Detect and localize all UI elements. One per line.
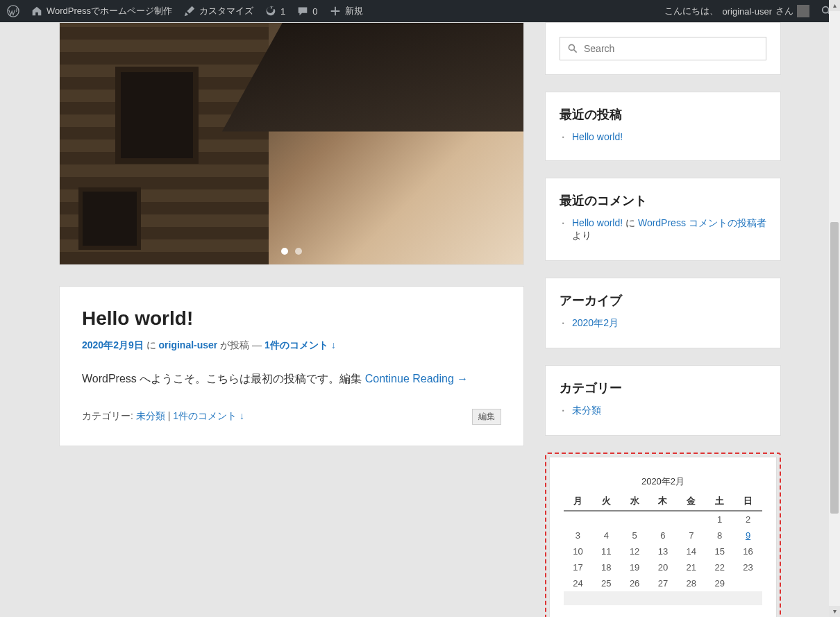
edit-button[interactable]: 編集	[472, 409, 501, 425]
post-footer-comment-link[interactable]: 1件のコメント ↓	[173, 410, 244, 421]
calendar-day	[592, 511, 621, 527]
greeting-prefix: こんにちは、	[664, 5, 719, 17]
calendar-day	[734, 575, 762, 591]
post-title-link[interactable]: Hello world!	[82, 307, 193, 329]
search-box[interactable]	[560, 37, 766, 60]
post-category-link[interactable]: 未分類	[136, 410, 165, 421]
vertical-scrollbar[interactable]: ▴ ▾	[829, 0, 840, 617]
categories-widget: カテゴリー 未分類	[545, 365, 781, 436]
hero-slider	[59, 22, 524, 265]
widget-title: 最近のコメント	[560, 192, 766, 209]
comment-post-link[interactable]: Hello world!	[572, 217, 623, 228]
calendar-day[interactable]: 12	[621, 543, 649, 559]
calendar-day[interactable]: 16	[734, 543, 762, 559]
archive-widget: アーカイブ 2020年2月	[545, 278, 781, 348]
scroll-down-arrow[interactable]: ▾	[829, 606, 840, 617]
greeting-suffix: さん	[775, 5, 793, 17]
calendar-day[interactable]: 19	[621, 559, 649, 575]
calendar-day-link[interactable]: 9	[746, 530, 750, 541]
updates-count: 1	[280, 6, 285, 17]
calendar-dow: 土	[705, 492, 734, 511]
calendar-day	[621, 511, 649, 527]
wp-logo[interactable]	[7, 5, 19, 17]
recent-post-link[interactable]: Hello world!	[572, 131, 623, 142]
customize-link[interactable]: カスタマイズ	[183, 5, 253, 17]
svg-point-2	[569, 44, 574, 50]
calendar-day[interactable]: 4	[592, 527, 621, 543]
search-icon	[567, 43, 578, 54]
calendar-day[interactable]: 17	[564, 559, 592, 575]
continue-reading-link[interactable]: Continue Reading →	[365, 373, 469, 384]
add-new-link[interactable]: 新規	[329, 5, 363, 17]
post-date-link[interactable]: 2020年2月9日	[82, 339, 144, 350]
list-item: 2020年2月	[572, 317, 766, 330]
search-widget	[545, 22, 781, 75]
category-link[interactable]: 未分類	[572, 405, 601, 416]
post-comment-link[interactable]: 1件のコメント ↓	[264, 339, 336, 350]
scroll-up-arrow[interactable]: ▴	[829, 0, 840, 11]
calendar-day[interactable]: 22	[705, 559, 734, 575]
post-author-link[interactable]: original-user	[159, 339, 218, 350]
list-item: 未分類	[572, 405, 766, 417]
calendar-day[interactable]: 23	[734, 559, 762, 575]
widget-title: カテゴリー	[560, 380, 766, 396]
admin-bar: WordPressでホームページ制作 カスタマイズ 1 0 新規 こんにちは、 …	[0, 0, 840, 22]
customize-label: カスタマイズ	[199, 5, 253, 17]
post-meta: 2020年2月9日 に original-user が投稿 — 1件のコメント …	[82, 339, 501, 352]
calendar-widget: 2020年2月 月火水木金土日 123456789101112131415161…	[549, 457, 777, 617]
comments-count: 0	[312, 6, 317, 17]
calendar-day[interactable]: 11	[592, 543, 621, 559]
recent-comments-widget: 最近のコメント Hello world! に WordPress コメントの投稿…	[545, 178, 781, 261]
calendar-day[interactable]: 13	[649, 543, 678, 559]
refresh-icon	[264, 5, 277, 17]
calendar-day[interactable]: 10	[564, 543, 592, 559]
widget-title: アーカイブ	[560, 292, 766, 309]
calendar-day[interactable]: 7	[677, 527, 705, 543]
calendar-day[interactable]: 24	[564, 575, 592, 591]
calendar-day[interactable]: 14	[677, 543, 705, 559]
calendar-day[interactable]: 6	[649, 527, 678, 543]
calendar-caption: 2020年2月	[564, 471, 762, 492]
post-body: WordPress へようこそ。こちらは最初の投稿です。編集 Continue …	[82, 370, 501, 388]
calendar-table: 2020年2月 月火水木金土日 123456789101112131415161…	[564, 471, 762, 605]
calendar-dow: 木	[649, 492, 678, 511]
calendar-day[interactable]: 18	[592, 559, 621, 575]
calendar-dow: 月	[564, 492, 592, 511]
calendar-day[interactable]: 25	[592, 575, 621, 591]
calendar-day[interactable]: 27	[649, 575, 678, 591]
calendar-day[interactable]: 3	[564, 527, 592, 543]
calendar-day	[677, 511, 705, 527]
calendar-day[interactable]: 5	[621, 527, 649, 543]
recent-posts-widget: 最近の投稿 Hello world!	[545, 92, 781, 161]
site-name-link[interactable]: WordPressでホームページ制作	[31, 5, 172, 17]
greeting[interactable]: こんにちは、 original-user さん	[664, 5, 809, 17]
calendar-day[interactable]: 1	[705, 511, 734, 527]
updates-link[interactable]: 1	[264, 5, 285, 17]
list-item: Hello world!	[572, 131, 766, 142]
calendar-day[interactable]: 29	[705, 575, 734, 591]
calendar-day[interactable]: 9	[734, 527, 762, 543]
svg-point-1	[823, 7, 829, 13]
comments-link[interactable]: 0	[296, 5, 317, 17]
comment-author-link[interactable]: WordPress コメントの投稿者	[638, 217, 766, 228]
avatar	[797, 5, 809, 17]
archive-link[interactable]: 2020年2月	[572, 317, 619, 328]
calendar-day[interactable]: 8	[705, 527, 734, 543]
scroll-thumb[interactable]	[830, 222, 839, 514]
calendar-day[interactable]: 15	[705, 543, 734, 559]
post-footer: カテゴリー: 未分類 | 1件のコメント ↓ 編集	[82, 409, 501, 425]
home-icon	[31, 5, 43, 17]
post-title[interactable]: Hello world!	[82, 307, 501, 330]
calendar-day	[649, 511, 678, 527]
greeting-user: original-user	[722, 6, 772, 17]
calendar-highlight: 2020年2月 月火水木金土日 123456789101112131415161…	[545, 453, 781, 617]
slider-dot-2[interactable]	[295, 248, 302, 255]
calendar-day[interactable]: 26	[621, 575, 649, 591]
search-input[interactable]	[584, 43, 759, 54]
calendar-day[interactable]: 21	[677, 559, 705, 575]
calendar-day[interactable]: 28	[677, 575, 705, 591]
calendar-day[interactable]: 2	[734, 511, 762, 527]
calendar-day[interactable]: 20	[649, 559, 678, 575]
comment-icon	[296, 5, 309, 17]
slider-dot-1[interactable]	[281, 248, 288, 255]
